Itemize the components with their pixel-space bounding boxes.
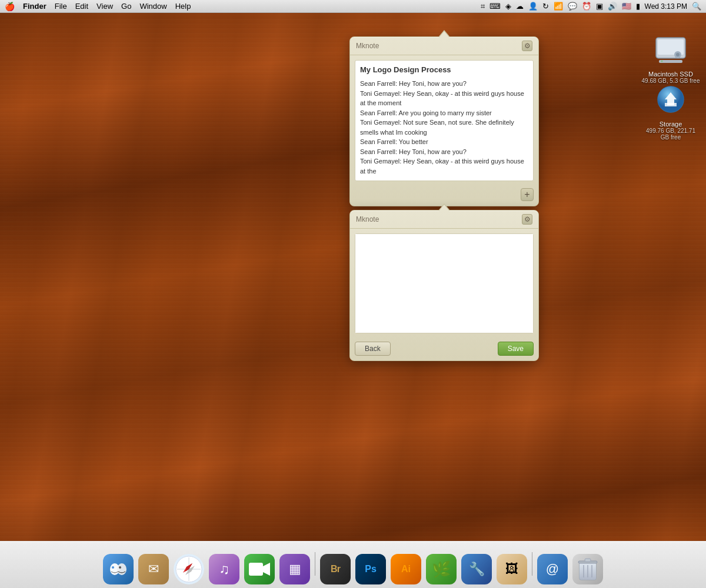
menu-finder[interactable]: Finder xyxy=(23,2,46,11)
mknote-widget-viewer: Mknote ⚙ My Logo Design Process Sean Far… xyxy=(349,36,539,206)
desktop: Macintosh SSD 49.68 GB, 5.3 GB free Stor… xyxy=(0,13,706,541)
apple-menu[interactable]: 🍎 xyxy=(5,2,15,11)
flag-icon[interactable]: 🇺🇸 xyxy=(622,2,631,11)
dock-itunes[interactable]: ♫ xyxy=(208,553,241,586)
menu-go[interactable]: Go xyxy=(121,2,131,11)
menu-edit[interactable]: Edit xyxy=(75,2,88,11)
save-button[interactable]: Save xyxy=(498,342,534,356)
widget2-buttons: Back Save xyxy=(350,338,538,360)
itunes-icon: ♫ xyxy=(209,554,239,584)
preview-icon: 🖼 xyxy=(497,554,527,584)
clock: Wed 3:13 PM xyxy=(645,2,687,11)
dock-xcode[interactable]: 🔧 xyxy=(460,553,493,586)
svg-rect-27 xyxy=(585,559,591,562)
svg-point-5 xyxy=(661,61,663,62)
cloud-icon[interactable]: ☁ xyxy=(516,2,524,11)
note-line-1: Sean Farrell: Hey Toni, how are you? xyxy=(360,79,528,89)
dock-trash[interactable] xyxy=(571,553,604,586)
widget1-title: Mknote xyxy=(356,42,379,50)
bridge-icon: Br xyxy=(320,554,351,584)
messages-icon[interactable]: 💬 xyxy=(568,2,577,11)
keyboard-icon[interactable]: ⌨ xyxy=(489,2,501,11)
time-machine-icon[interactable]: ⏰ xyxy=(582,2,591,11)
svg-point-3 xyxy=(676,53,680,56)
facetime-icon xyxy=(244,554,275,584)
menu-view[interactable]: View xyxy=(96,2,113,11)
sync-icon[interactable]: ↻ xyxy=(542,2,549,11)
battery-icon[interactable]: ▮ xyxy=(636,2,640,11)
dock-separator xyxy=(315,552,315,576)
dock-facetime[interactable] xyxy=(243,553,276,586)
svg-rect-22 xyxy=(249,563,263,576)
note-line-2: Toni Gemayel: Hey Sean, okay - at this w… xyxy=(360,89,528,108)
dock-photoshop[interactable]: Ps xyxy=(354,553,387,586)
trash-icon xyxy=(572,554,603,584)
dock-leaf[interactable]: 🌿 xyxy=(425,553,458,586)
widget1-titlebar: Mknote ⚙ xyxy=(350,37,538,55)
dock-separator-2 xyxy=(532,552,532,576)
svg-point-11 xyxy=(112,566,114,569)
display-icon[interactable]: ▣ xyxy=(596,2,603,11)
stationery-icon: ✉ xyxy=(138,554,169,584)
widget1-footer: + xyxy=(350,186,538,206)
back-button[interactable]: Back xyxy=(355,342,391,356)
svg-point-12 xyxy=(119,566,121,569)
dock-stationery[interactable]: ✉ xyxy=(137,553,170,586)
macintosh-ssd-drive[interactable]: Macintosh SSD 49.68 GB, 5.3 GB free xyxy=(641,31,700,84)
note-body: Sean Farrell: Hey Toni, how are you? Ton… xyxy=(360,79,528,176)
dock: ✉ ♫ ▦ xyxy=(0,541,706,588)
storage-drive[interactable]: Storage 499.76 GB, 221.71 GB free xyxy=(641,81,700,141)
note-line-6: Sean Farrell: Hey Toni, how are you? xyxy=(360,147,528,157)
widget1-gear-button[interactable]: ⚙ xyxy=(522,41,532,51)
mail-icon: @ xyxy=(537,554,568,584)
xcode-icon: 🔧 xyxy=(461,554,492,584)
photoshop-icon: Ps xyxy=(355,554,386,584)
note-title: My Logo Design Process xyxy=(360,65,528,74)
note-line-7: Toni Gemayel: Hey Sean, okay - at this w… xyxy=(360,156,528,176)
dock-preview[interactable]: 🖼 xyxy=(495,553,528,586)
add-note-button[interactable]: + xyxy=(521,188,534,201)
drive2-icon-image xyxy=(652,81,690,118)
menu-help[interactable]: Help xyxy=(175,2,191,11)
last-fm-icon[interactable]: ⌗ xyxy=(481,2,485,11)
svg-marker-23 xyxy=(263,563,270,576)
drive1-name: Macintosh SSD xyxy=(641,71,700,78)
widget2-titlebar: Mknote ⚙ xyxy=(350,211,538,229)
dock-mail[interactable]: @ xyxy=(536,553,569,586)
volume-icon[interactable]: 🔊 xyxy=(608,2,617,11)
note-editor-input[interactable] xyxy=(355,234,533,333)
dock-bridge[interactable]: Br xyxy=(319,553,352,586)
dock-illustrator[interactable]: Ai xyxy=(389,553,422,586)
leaf-icon: 🌿 xyxy=(426,554,457,584)
safari-icon xyxy=(174,554,204,584)
dock-safari[interactable] xyxy=(172,553,205,586)
finder-icon xyxy=(103,554,134,584)
spaces-icon: ▦ xyxy=(279,554,310,584)
dock-finder[interactable] xyxy=(102,553,135,586)
drive2-size: 499.76 GB, 221.71 GB free xyxy=(641,128,700,141)
contacts-icon[interactable]: 👤 xyxy=(528,2,538,11)
svg-point-10 xyxy=(117,563,126,575)
note-editor-textarea[interactable] xyxy=(355,233,534,333)
widget1-content: My Logo Design Process Sean Farrell: Hey… xyxy=(355,60,534,181)
dropbox-icon[interactable]: ◈ xyxy=(505,2,511,11)
menubar: 🍎 Finder File Edit View Go Window Help ⌗… xyxy=(0,0,706,13)
note-line-4: Toni Gemayel: Not sure Sean, not sure. S… xyxy=(360,118,528,137)
note-line-5: Sean Farrell: You better xyxy=(360,137,528,147)
mknote-widget-editor: Mknote ⚙ Back Save xyxy=(349,210,539,361)
menu-file[interactable]: File xyxy=(55,2,67,11)
wifi-icon[interactable]: 📶 xyxy=(554,2,563,11)
drive-icon-image xyxy=(652,31,690,68)
widget2-gear-button[interactable]: ⚙ xyxy=(522,214,532,225)
note-line-3: Sean Farrell: Are you going to marry my … xyxy=(360,108,528,118)
dock-spaces[interactable]: ▦ xyxy=(278,553,311,586)
illustrator-icon: Ai xyxy=(391,554,421,584)
drive2-name: Storage xyxy=(641,121,700,128)
menu-window[interactable]: Window xyxy=(139,2,166,11)
spotlight-icon[interactable]: 🔍 xyxy=(692,2,701,11)
widget2-title: Mknote xyxy=(356,215,379,223)
